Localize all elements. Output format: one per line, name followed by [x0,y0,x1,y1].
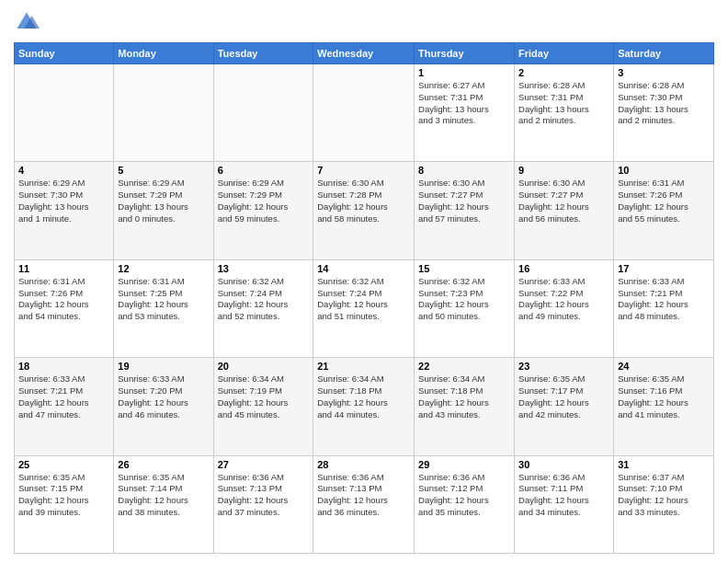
day-info: Sunrise: 6:35 AMSunset: 7:15 PMDaylight:… [18,472,109,519]
day-number: 30 [518,459,609,470]
calendar-body: 1Sunrise: 6:27 AMSunset: 7:31 PMDaylight… [15,64,714,554]
calendar-cell: 21Sunrise: 6:34 AMSunset: 7:18 PMDayligh… [313,358,415,455]
day-number: 11 [18,263,109,274]
week-row-2: 4Sunrise: 6:29 AMSunset: 7:30 PMDaylight… [15,162,714,259]
calendar-cell: 31Sunrise: 6:37 AMSunset: 7:10 PMDayligh… [614,455,714,553]
day-info: Sunrise: 6:36 AMSunset: 7:13 PMDaylight:… [317,472,410,519]
week-row-4: 18Sunrise: 6:33 AMSunset: 7:21 PMDayligh… [15,358,714,455]
calendar-cell: 15Sunrise: 6:32 AMSunset: 7:23 PMDayligh… [415,259,515,357]
day-number: 3 [618,67,710,78]
calendar-cell: 24Sunrise: 6:35 AMSunset: 7:16 PMDayligh… [614,358,714,455]
day-info: Sunrise: 6:36 AMSunset: 7:12 PMDaylight:… [418,472,510,519]
day-info: Sunrise: 6:30 AMSunset: 7:27 PMDaylight:… [418,178,510,224]
calendar-cell: 1Sunrise: 6:27 AMSunset: 7:31 PMDaylight… [415,64,515,162]
day-number: 1 [418,67,510,78]
day-number: 31 [618,459,710,470]
day-info: Sunrise: 6:30 AMSunset: 7:28 PMDaylight:… [317,178,410,224]
day-number: 7 [317,165,410,176]
header [14,9,714,35]
day-info: Sunrise: 6:37 AMSunset: 7:10 PMDaylight:… [618,472,710,519]
calendar-cell: 18Sunrise: 6:33 AMSunset: 7:21 PMDayligh… [15,358,114,455]
calendar-cell: 4Sunrise: 6:29 AMSunset: 7:30 PMDaylight… [15,162,114,259]
calendar-cell [114,64,213,162]
day-number: 28 [317,459,410,470]
day-number: 2 [518,67,609,78]
calendar-cell: 16Sunrise: 6:33 AMSunset: 7:22 PMDayligh… [515,259,614,357]
day-info: Sunrise: 6:33 AMSunset: 7:21 PMDaylight:… [18,373,109,420]
day-number: 21 [317,361,410,372]
calendar-cell: 30Sunrise: 6:36 AMSunset: 7:11 PMDayligh… [515,455,614,553]
day-number: 20 [218,361,310,372]
day-info: Sunrise: 6:35 AMSunset: 7:17 PMDaylight:… [518,373,609,420]
calendar-header: SundayMondayTuesdayWednesdayThursdayFrid… [15,43,714,64]
calendar-cell [213,64,313,162]
day-info: Sunrise: 6:32 AMSunset: 7:24 PMDaylight:… [317,276,410,323]
day-info: Sunrise: 6:31 AMSunset: 7:26 PMDaylight:… [18,276,109,323]
day-number: 13 [218,263,310,274]
day-info: Sunrise: 6:34 AMSunset: 7:18 PMDaylight:… [317,373,410,420]
calendar-cell: 10Sunrise: 6:31 AMSunset: 7:26 PMDayligh… [614,162,714,259]
calendar-cell: 13Sunrise: 6:32 AMSunset: 7:24 PMDayligh… [213,259,313,357]
day-info: Sunrise: 6:34 AMSunset: 7:18 PMDaylight:… [418,373,510,420]
weekday-wednesday: Wednesday [313,43,415,64]
day-info: Sunrise: 6:28 AMSunset: 7:31 PMDaylight:… [518,80,609,127]
weekday-sunday: Sunday [15,43,114,64]
day-info: Sunrise: 6:33 AMSunset: 7:21 PMDaylight:… [618,276,710,323]
calendar-cell: 11Sunrise: 6:31 AMSunset: 7:26 PMDayligh… [15,259,114,357]
day-info: Sunrise: 6:35 AMSunset: 7:16 PMDaylight:… [618,373,710,420]
calendar-cell: 26Sunrise: 6:35 AMSunset: 7:14 PMDayligh… [114,455,213,553]
calendar-cell: 22Sunrise: 6:34 AMSunset: 7:18 PMDayligh… [415,358,515,455]
day-info: Sunrise: 6:29 AMSunset: 7:29 PMDaylight:… [118,178,209,224]
calendar-cell: 19Sunrise: 6:33 AMSunset: 7:20 PMDayligh… [114,358,213,455]
calendar-cell: 9Sunrise: 6:30 AMSunset: 7:27 PMDaylight… [515,162,614,259]
calendar-cell [15,64,114,162]
calendar-cell [313,64,415,162]
calendar-cell: 27Sunrise: 6:36 AMSunset: 7:13 PMDayligh… [213,455,313,553]
day-info: Sunrise: 6:31 AMSunset: 7:25 PMDaylight:… [118,276,209,323]
day-number: 14 [317,263,410,274]
day-number: 15 [418,263,510,274]
calendar-cell: 5Sunrise: 6:29 AMSunset: 7:29 PMDaylight… [114,162,213,259]
weekday-friday: Friday [515,43,614,64]
weekday-row: SundayMondayTuesdayWednesdayThursdayFrid… [15,43,714,64]
calendar-cell: 25Sunrise: 6:35 AMSunset: 7:15 PMDayligh… [15,455,114,553]
calendar-cell: 28Sunrise: 6:36 AMSunset: 7:13 PMDayligh… [313,455,415,553]
weekday-tuesday: Tuesday [213,43,313,64]
week-row-3: 11Sunrise: 6:31 AMSunset: 7:26 PMDayligh… [15,259,714,357]
day-info: Sunrise: 6:36 AMSunset: 7:11 PMDaylight:… [518,472,609,519]
week-row-5: 25Sunrise: 6:35 AMSunset: 7:15 PMDayligh… [15,455,714,553]
day-number: 23 [518,361,609,372]
calendar-cell: 29Sunrise: 6:36 AMSunset: 7:12 PMDayligh… [415,455,515,553]
calendar-cell: 14Sunrise: 6:32 AMSunset: 7:24 PMDayligh… [313,259,415,357]
day-number: 10 [618,165,710,176]
day-info: Sunrise: 6:32 AMSunset: 7:24 PMDaylight:… [218,276,310,323]
calendar-cell: 12Sunrise: 6:31 AMSunset: 7:25 PMDayligh… [114,259,213,357]
calendar-cell: 23Sunrise: 6:35 AMSunset: 7:17 PMDayligh… [515,358,614,455]
day-number: 8 [418,165,510,176]
day-number: 4 [18,165,109,176]
week-row-1: 1Sunrise: 6:27 AMSunset: 7:31 PMDaylight… [15,64,714,162]
day-info: Sunrise: 6:29 AMSunset: 7:30 PMDaylight:… [18,178,109,224]
day-info: Sunrise: 6:35 AMSunset: 7:14 PMDaylight:… [118,472,209,519]
calendar-cell: 20Sunrise: 6:34 AMSunset: 7:19 PMDayligh… [213,358,313,455]
day-number: 17 [618,263,710,274]
page: SundayMondayTuesdayWednesdayThursdayFrid… [0,0,728,563]
weekday-monday: Monday [114,43,213,64]
day-info: Sunrise: 6:36 AMSunset: 7:13 PMDaylight:… [218,472,310,519]
day-number: 29 [418,459,510,470]
day-number: 26 [118,459,209,470]
day-info: Sunrise: 6:32 AMSunset: 7:23 PMDaylight:… [418,276,510,323]
day-info: Sunrise: 6:30 AMSunset: 7:27 PMDaylight:… [518,178,609,224]
day-number: 19 [118,361,209,372]
day-number: 9 [518,165,609,176]
day-info: Sunrise: 6:33 AMSunset: 7:20 PMDaylight:… [118,373,209,420]
day-info: Sunrise: 6:28 AMSunset: 7:30 PMDaylight:… [618,80,710,127]
day-number: 18 [18,361,109,372]
day-number: 12 [118,263,209,274]
day-number: 22 [418,361,510,372]
calendar: SundayMondayTuesdayWednesdayThursdayFrid… [14,42,714,554]
day-number: 27 [218,459,310,470]
day-number: 16 [518,263,609,274]
calendar-cell: 6Sunrise: 6:29 AMSunset: 7:29 PMDaylight… [213,162,313,259]
weekday-thursday: Thursday [415,43,515,64]
